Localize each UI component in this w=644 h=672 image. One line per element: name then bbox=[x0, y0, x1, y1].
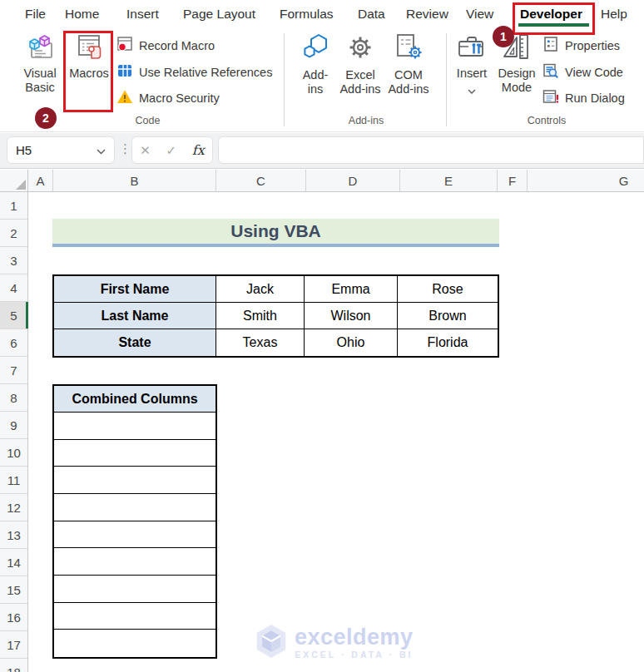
empty-cell[interactable] bbox=[54, 630, 215, 657]
record-macro-icon bbox=[116, 36, 133, 56]
row-header-3[interactable]: 3 bbox=[0, 247, 27, 274]
column-header-f[interactable]: F bbox=[498, 170, 528, 191]
title-banner-underline bbox=[52, 244, 499, 247]
row-header-6[interactable]: 6 bbox=[0, 329, 27, 357]
insert-control-button[interactable]: Insert bbox=[453, 33, 491, 97]
row-header-9[interactable]: 9 bbox=[0, 412, 27, 439]
row-header-2[interactable]: 2 bbox=[0, 220, 27, 247]
table-row-header[interactable]: First Name bbox=[54, 276, 216, 303]
column-header-b[interactable]: B bbox=[53, 170, 216, 191]
confirm-icon[interactable]: ✓ bbox=[166, 143, 177, 158]
visual-basic-button[interactable]: Visual Basic bbox=[17, 33, 63, 95]
row-header-16[interactable]: 16 bbox=[0, 604, 27, 631]
tab-home[interactable]: Home bbox=[65, 0, 99, 27]
empty-cell[interactable] bbox=[54, 521, 215, 549]
step-badge-1: 1 bbox=[493, 26, 514, 47]
table-cell[interactable]: Brown bbox=[398, 303, 498, 329]
combined-columns-table: Combined Columns bbox=[52, 384, 217, 659]
table-cell[interactable]: Rose bbox=[398, 276, 498, 303]
record-macro-button[interactable]: Record Macro bbox=[116, 36, 215, 56]
sheet-title: Using VBA bbox=[230, 221, 321, 241]
table-row-header[interactable]: State bbox=[54, 329, 216, 356]
column-header-d[interactable]: D bbox=[306, 170, 400, 191]
row-header-15[interactable]: 15 bbox=[0, 576, 27, 604]
tab-view[interactable]: View bbox=[466, 0, 493, 27]
row-header-17[interactable]: 17 bbox=[0, 631, 27, 659]
table-cell[interactable]: Florida bbox=[398, 329, 498, 356]
column-header-c[interactable]: C bbox=[216, 170, 306, 191]
tab-insert[interactable]: Insert bbox=[126, 0, 159, 27]
ribbon-divider bbox=[446, 33, 447, 126]
row-number: 5 bbox=[10, 309, 17, 323]
macro-security-label: Macro Security bbox=[139, 91, 220, 105]
run-dialog-icon bbox=[542, 88, 559, 108]
tab-file[interactable]: File bbox=[25, 0, 46, 27]
menu-bar: File Home Insert Page Layout Formulas Da… bbox=[0, 0, 644, 28]
tab-review[interactable]: Review bbox=[406, 0, 448, 27]
row-header-gutter: 1 2 3 4 5 6 7 8 9 10 11 12 13 14 15 16 1… bbox=[0, 192, 28, 672]
row-header-12[interactable]: 12 bbox=[0, 494, 27, 521]
grip-handle-icon[interactable]: ⋮ bbox=[119, 141, 131, 156]
column-header-g[interactable]: G bbox=[528, 170, 644, 191]
tab-data[interactable]: Data bbox=[358, 0, 385, 27]
com-addins-button[interactable]: COM Add-ins bbox=[384, 33, 433, 96]
run-dialog-button[interactable]: Run Dialog bbox=[542, 88, 625, 108]
table-cell[interactable]: Wilson bbox=[305, 303, 398, 329]
empty-cell[interactable] bbox=[54, 440, 215, 467]
formula-input[interactable] bbox=[218, 136, 644, 164]
use-relative-references-button[interactable]: Use Relative References bbox=[116, 62, 272, 82]
name-box[interactable]: H5 bbox=[7, 136, 115, 164]
row-header-13[interactable]: 13 bbox=[0, 521, 27, 549]
insert-function-icon[interactable]: fx bbox=[192, 142, 205, 158]
row-header-11[interactable]: 11 bbox=[0, 467, 27, 494]
empty-cell[interactable] bbox=[54, 494, 215, 521]
use-relative-references-icon bbox=[116, 62, 133, 82]
table-cell[interactable]: Smith bbox=[216, 303, 305, 329]
ribbon-divider bbox=[284, 33, 285, 126]
properties-icon bbox=[542, 36, 559, 56]
empty-cell[interactable] bbox=[54, 548, 215, 576]
table-row-header[interactable]: Last Name bbox=[54, 303, 216, 329]
column-header-a[interactable]: A bbox=[28, 170, 53, 191]
developer-active-underline bbox=[518, 23, 589, 27]
cancel-icon[interactable]: ✕ bbox=[140, 143, 151, 158]
empty-cell[interactable] bbox=[54, 467, 215, 494]
table-cell[interactable]: Ohio bbox=[305, 329, 398, 356]
macros-icon bbox=[76, 33, 102, 63]
macro-security-button[interactable]: Macro Security bbox=[116, 88, 220, 108]
row-header-8[interactable]: 8 bbox=[0, 384, 27, 412]
formula-bar: H5 ⋮ ✕ ✓ fx bbox=[0, 133, 644, 169]
properties-button[interactable]: Properties bbox=[542, 36, 620, 56]
combined-columns-header[interactable]: Combined Columns bbox=[54, 386, 215, 413]
row-header-14[interactable]: 14 bbox=[0, 549, 27, 576]
table-cell[interactable]: Emma bbox=[305, 276, 398, 303]
row-header-5-active[interactable]: 5 bbox=[0, 302, 27, 329]
design-mode-label: Design Mode bbox=[494, 67, 539, 95]
com-addins-label: COM Add-ins bbox=[386, 68, 431, 96]
macros-label: Macros bbox=[69, 67, 109, 81]
name-box-value: H5 bbox=[7, 143, 97, 157]
empty-cell[interactable] bbox=[54, 603, 215, 630]
tab-page-layout[interactable]: Page Layout bbox=[183, 0, 255, 27]
column-header-e[interactable]: E bbox=[400, 170, 498, 191]
addins-button[interactable]: Add-ins bbox=[293, 33, 338, 96]
tab-formulas[interactable]: Formulas bbox=[280, 0, 334, 27]
row-header-7[interactable]: 7 bbox=[0, 357, 27, 384]
addins-group-label: Add-ins bbox=[293, 115, 439, 126]
macros-button[interactable]: Macros bbox=[67, 33, 111, 81]
row-header-18[interactable]: 18 bbox=[0, 659, 27, 672]
table-cell[interactable]: Jack bbox=[216, 276, 305, 303]
data-table: First Name Jack Emma Rose Last Name Smit… bbox=[52, 274, 499, 358]
tab-help[interactable]: Help bbox=[601, 0, 627, 27]
table-cell[interactable]: Texas bbox=[216, 329, 305, 356]
empty-cell[interactable] bbox=[54, 413, 215, 440]
select-all-corner[interactable] bbox=[0, 170, 28, 191]
row-header-1[interactable]: 1 bbox=[0, 192, 27, 220]
empty-cell[interactable] bbox=[54, 576, 215, 603]
excel-addins-button[interactable]: Excel Add-ins bbox=[336, 33, 384, 96]
view-code-button[interactable]: View Code bbox=[542, 62, 623, 82]
chevron-down-icon[interactable] bbox=[97, 143, 106, 158]
use-relative-references-label: Use Relative References bbox=[139, 66, 272, 79]
row-header-10[interactable]: 10 bbox=[0, 439, 27, 467]
row-header-4[interactable]: 4 bbox=[0, 274, 27, 302]
